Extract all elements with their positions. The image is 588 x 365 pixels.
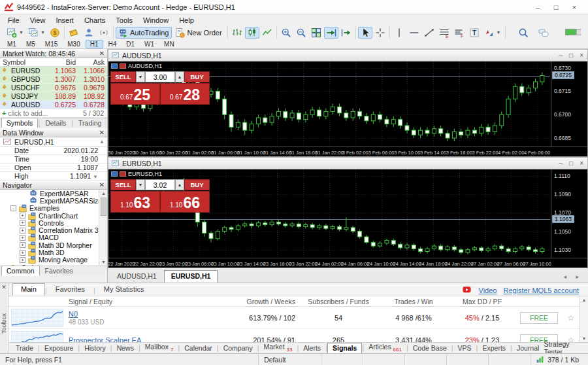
market-watch-row-usdjpy[interactable]: USDJPY108.89108.92	[0, 92, 107, 101]
toolbox-tab-company[interactable]: Company	[219, 343, 257, 353]
market-watch-row-usdchf[interactable]: USDCHF0.96760.9679	[0, 84, 107, 92]
volume-decrease-button[interactable]: ▼	[136, 71, 145, 82]
expand-icon[interactable]: +	[20, 228, 25, 234]
toolbox-tab-journal[interactable]: Journal	[512, 343, 544, 353]
navigator-item-moving-average[interactable]: +Moving Average	[0, 256, 107, 264]
timeframe-h4[interactable]: H4	[104, 40, 122, 48]
market-watch-close-icon[interactable]: ✕	[99, 50, 105, 57]
navigator-item-chartinchart[interactable]: +ChartInChart	[0, 212, 107, 219]
candles-chart-button[interactable]	[245, 27, 259, 39]
menu-window[interactable]: Window	[138, 16, 174, 25]
navigator-item-controls[interactable]: +Controls	[0, 219, 107, 226]
chart-close-button[interactable]: ×	[580, 52, 583, 59]
signal-row-n0[interactable]: N048 033 USD613.79% / 102544 968 /61%45%…	[8, 307, 579, 329]
close-button[interactable]: ×	[570, 3, 579, 11]
chart-minimize-button[interactable]: –	[559, 52, 563, 59]
toolbox-tab-market[interactable]: Market 33	[259, 342, 297, 354]
tile-windows-button[interactable]	[309, 27, 323, 39]
market-watch-row-audusd[interactable]: AUDUSD0.67250.6728	[0, 101, 107, 109]
autotrading-button[interactable]: AutoTrading	[116, 27, 172, 39]
toolbox-tab-history[interactable]: History	[80, 343, 110, 353]
zoom-out-button[interactable]	[294, 27, 308, 39]
expand-icon[interactable]: +	[20, 235, 25, 241]
market-watch-add-row[interactable]: +click to add...5 / 302	[0, 109, 107, 118]
timeframe-m5[interactable]: M5	[22, 40, 40, 48]
sell-price-box[interactable]: 1.1063	[110, 191, 160, 213]
trendline-button[interactable]	[422, 27, 436, 39]
minimize-button[interactable]: –	[533, 3, 542, 11]
scroll-up-icon[interactable]: ▲	[580, 296, 588, 304]
arrows-tool-button[interactable]: ▼	[482, 27, 503, 39]
timeframe-w1[interactable]: W1	[140, 40, 159, 48]
scroll-down-icon[interactable]: ▼	[93, 174, 98, 180]
market-watch-row-eurusd[interactable]: EURUSD1.10631.1066	[0, 67, 107, 75]
crosshair-button[interactable]	[373, 27, 387, 39]
menu-view[interactable]: View	[25, 16, 51, 25]
timeframe-mn[interactable]: MN	[159, 40, 179, 48]
timeframe-m30[interactable]: M30	[63, 40, 84, 48]
status-profile[interactable]: Default	[259, 354, 321, 365]
navigator-item-scripts[interactable]: Scripts	[0, 264, 107, 266]
time-axis[interactable]: 30 Jan 202030 Jan 18:0030 Jan 22:0031 Ja…	[108, 147, 587, 156]
chart-tab-audusd-h1[interactable]: AUDUSD,H1	[110, 270, 164, 283]
data-window-close-icon[interactable]: ✕	[99, 129, 105, 136]
expand-icon[interactable]: +	[20, 213, 25, 218]
navigator-tab-favorites[interactable]: Favorites	[40, 266, 78, 276]
sell-button[interactable]: SELL	[110, 179, 136, 190]
sell-button[interactable]: SELL	[110, 71, 136, 82]
volume-input[interactable]: 3.02	[145, 179, 175, 190]
auto-scroll-button[interactable]	[324, 27, 338, 39]
volume-increase-button[interactable]: ▲	[175, 71, 184, 82]
market-watch-toggle-button[interactable]	[67, 27, 81, 39]
chart-tab-scroll-arrows[interactable]: ◂ ▸	[558, 273, 588, 283]
zoom-in-button[interactable]	[279, 27, 293, 39]
column-header-bid[interactable]: Bid	[50, 58, 78, 66]
maximize-button[interactable]: □	[551, 3, 561, 11]
toolbox-tab-news[interactable]: News	[112, 343, 139, 353]
history-center-button[interactable]: $	[48, 27, 62, 39]
signals-column-signal-equity[interactable]: Signal / Equity	[65, 298, 224, 305]
market-watch-tab-details[interactable]: Details	[40, 118, 71, 128]
navigator-item-math-3d-morpher[interactable]: +Math 3D Morpher	[0, 241, 107, 249]
chart-canvas[interactable]: 1.11101.10901.10701.10501.10301.106322 J…	[108, 169, 588, 268]
navigator-scrollbar[interactable]: ▲▼	[99, 190, 107, 266]
volume-input[interactable]: 3.00	[145, 71, 175, 82]
timeframe-h1[interactable]: H1	[86, 40, 103, 48]
signals-scrollbar[interactable]: ▲ ▼	[579, 296, 588, 342]
new-order-button[interactable]: New Order	[172, 27, 225, 39]
bars-chart-button[interactable]	[230, 27, 244, 39]
timeframe-m1[interactable]: M1	[3, 40, 21, 48]
vertical-line-button[interactable]	[392, 27, 406, 39]
buy-price-box[interactable]: 0.6728	[160, 83, 210, 105]
navigator-item-macd[interactable]: +MACD	[0, 234, 107, 241]
market-watch-tab-trading[interactable]: Trading	[73, 118, 106, 128]
signal-name-link[interactable]: Prospector Scalper EA	[69, 336, 141, 343]
sell-price-box[interactable]: 0.6725	[110, 83, 160, 105]
toolbox-tab-exposure[interactable]: Exposure	[40, 343, 78, 353]
menu-insert[interactable]: Insert	[50, 16, 79, 25]
chart-window-titlebar[interactable]: AUDUSD,H1–□×	[108, 49, 588, 61]
profiles-button[interactable]: ▼	[26, 27, 47, 39]
price-axis[interactable]: 0.67300.67150.67000.66850.6725	[551, 61, 587, 147]
scroll-up-icon[interactable]: ▲	[99, 139, 107, 145]
collapse-icon[interactable]: -	[10, 205, 16, 211]
chart-window-titlebar[interactable]: EURUSD,H1–□×	[108, 157, 588, 169]
menu-charts[interactable]: Charts	[79, 16, 110, 25]
toolbox-tab-articles[interactable]: Articles 661	[364, 342, 406, 354]
data-window-toggle-button[interactable]	[82, 27, 96, 39]
cursor-button[interactable]	[358, 27, 372, 39]
signals-tab-favorites[interactable]: Favorites	[47, 283, 93, 296]
signals-tab-my-statistics[interactable]: My Statistics	[95, 283, 153, 296]
chart-tab-eurusd-h1[interactable]: EURUSD,H1	[164, 270, 218, 283]
menu-tools[interactable]: Tools	[110, 16, 138, 25]
signals-column-subscribers-funds[interactable]: Subscribers / Funds	[299, 298, 378, 305]
chart-close-button[interactable]: ×	[580, 160, 583, 167]
navigator-item-correlation-matrix-3d[interactable]: +Correlation Matrix 3D	[0, 226, 107, 234]
timeframe-d1[interactable]: D1	[122, 40, 139, 48]
chart-restore-button[interactable]: □	[569, 52, 573, 59]
timeframe-m15[interactable]: M15	[41, 40, 62, 48]
time-axis[interactable]: 22 Jan 202022 Jan 22:0023 Jan 02:0023 Ja…	[108, 258, 587, 268]
chart-minimize-button[interactable]: –	[559, 160, 563, 167]
navigator-tab-common[interactable]: Common	[1, 266, 40, 276]
toolbox-tab-alerts[interactable]: Alerts	[299, 343, 325, 353]
